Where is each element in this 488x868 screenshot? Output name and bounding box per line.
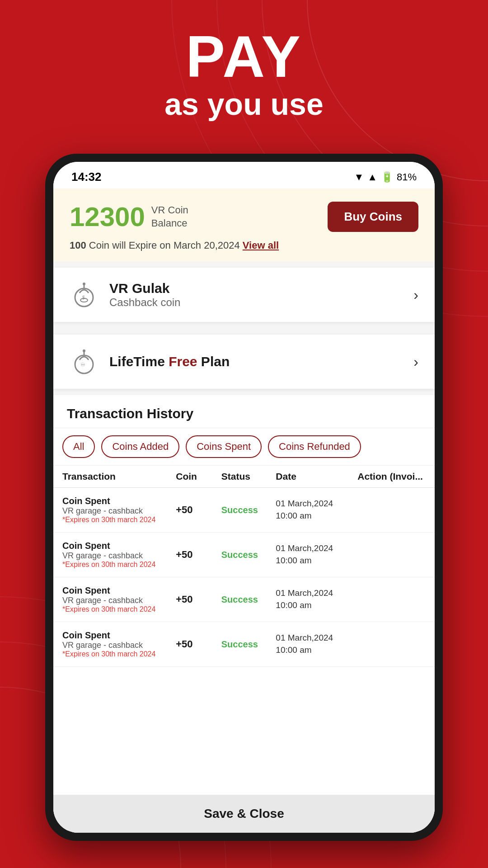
gulak-title: VR Gulak [109,281,180,296]
buy-coins-button[interactable]: Buy Coins [328,202,418,232]
battery-icon: 🔋 [381,171,393,183]
col-action: Action (Invoi... [357,471,426,482]
status-cell-3: Success [221,639,276,650]
coin-cell-0: +50 [176,504,221,516]
status-cell-1: Success [221,550,276,560]
svg-point-14 [83,349,85,352]
filter-tab-coins-spent[interactable]: Coins Spent [186,435,262,458]
table-row: Coin Spent VR garage - cashback *Expires… [53,622,435,667]
gulak-subtitle: Cashback coin [109,296,180,309]
date-cell-3: 01 March,202410:00 am [276,632,357,656]
svg-point-9 [83,283,85,285]
transaction-section: Transaction History All Coins Added Coin… [53,395,435,833]
filter-tabs: All Coins Added Coins Spent Coins Refund… [53,428,435,466]
filter-tab-coins-refunded[interactable]: Coins Refunded [268,435,361,458]
col-coin: Coin [176,471,221,482]
status-time: 14:32 [71,170,102,184]
lifetime-left: ♾ LifeTime Free Plan [70,347,230,376]
phone-screen: 14:32 ▼ ▲ 🔋 81% 12300 VR Coin Balance Bu… [53,162,435,833]
save-close-button[interactable]: Save & Close [53,795,435,833]
coin-amount: 12300 [70,201,145,232]
status-icons: ▼ ▲ 🔋 81% [354,171,417,183]
lifetime-content: LifeTime Free Plan [109,354,230,369]
wifi-icon: ▼ [354,171,364,183]
table-row: Coin Spent VR garage - cashback *Expires… [53,488,435,533]
signal-icon: ▲ [367,171,377,183]
view-all-link[interactable]: View all [243,240,279,251]
coin-cell-3: +50 [176,638,221,650]
coin-balance-row: 12300 VR Coin Balance Buy Coins [70,201,418,232]
pay-subtitle: as you use [0,86,488,123]
status-bar: 14:32 ▼ ▲ 🔋 81% [53,162,435,189]
expiry-text: Coin will Expire on March 20,2024 [89,240,240,251]
header-section: PAY as you use [0,27,488,123]
gulak-left: $ VR Gulak Cashback coin [70,280,180,309]
date-cell-2: 01 March,202410:00 am [276,587,357,611]
transaction-cell-1: Coin Spent VR garage - cashback *Expires… [62,541,176,569]
table-row: Coin Spent VR garage - cashback *Expires… [53,533,435,577]
lifetime-arrow-icon: › [413,354,418,370]
gulak-arrow-icon: › [413,287,418,303]
date-cell-1: 01 March,202410:00 am [276,542,357,566]
status-cell-0: Success [221,505,276,515]
table-row: Coin Spent VR garage - cashback *Expires… [53,577,435,622]
transaction-cell-0: Coin Spent VR garage - cashback *Expires… [62,496,176,524]
lifetime-title: LifeTime Free Plan [109,354,230,369]
vr-gulak-card[interactable]: $ VR Gulak Cashback coin › [53,268,435,322]
gulak-content: VR Gulak Cashback coin [109,281,180,309]
battery-percent: 81% [397,171,417,183]
col-status: Status [221,471,276,482]
lifetime-icon: ♾ [70,347,99,376]
expiry-amount: 100 [70,240,86,251]
col-date: Date [276,471,357,482]
transaction-cell-3: Coin Spent VR garage - cashback *Expires… [62,630,176,658]
date-cell-0: 01 March,202410:00 am [276,498,357,522]
table-rows: Coin Spent VR garage - cashback *Expires… [53,488,435,795]
coin-info: 12300 VR Coin Balance [70,201,188,232]
col-transaction: Transaction [62,471,176,482]
coin-cell-1: +50 [176,549,221,561]
filter-tab-all[interactable]: All [62,435,95,458]
transaction-cell-2: Coin Spent VR garage - cashback *Expires… [62,585,176,613]
pay-title: PAY [0,27,488,86]
status-cell-2: Success [221,594,276,605]
expiry-info: 100 Coin will Expire on March 20,2024 Vi… [70,240,418,251]
filter-tab-coins-added[interactable]: Coins Added [101,435,179,458]
svg-text:$: $ [82,295,85,300]
gulak-icon: $ [70,280,99,309]
lifetime-plan-card[interactable]: ♾ LifeTime Free Plan › [53,335,435,389]
coin-label: VR Coin Balance [151,204,188,230]
phone-mockup: 14:32 ▼ ▲ 🔋 81% 12300 VR Coin Balance Bu… [45,154,443,841]
table-header: Transaction Coin Status Date Action (Inv… [53,466,435,488]
coin-cell-2: +50 [176,594,221,605]
transaction-title: Transaction History [53,395,435,428]
svg-text:♾: ♾ [80,362,85,368]
coin-balance-card: 12300 VR Coin Balance Buy Coins 100 Coin… [53,189,435,261]
